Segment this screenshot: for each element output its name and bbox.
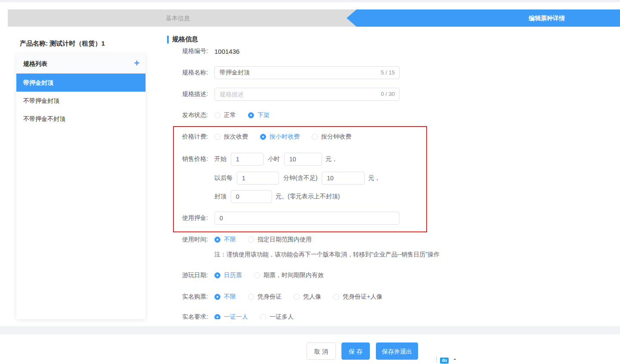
- radio-label: 期票，时间期限内有效: [264, 271, 324, 279]
- radio-icon: [260, 134, 266, 140]
- price-unit: 小时: [268, 155, 280, 163]
- radio-icon: [214, 314, 220, 319]
- sale-price-row3: 封顶 元。(零元表示上不封顶): [214, 190, 340, 203]
- spec-list-panel: 规格列表 + 带押金封顶 不带押金封顶 不带押金不封顶: [16, 54, 146, 319]
- section-title-text: 规格信息: [172, 35, 198, 43]
- publish-status-row: 发布状态: 正常 下架: [167, 111, 282, 119]
- product-name-label: 产品名称: 测试计时（租赁）1: [20, 40, 105, 48]
- spec-name-inputbox: 5 / 15: [214, 66, 400, 79]
- radio-icon: [294, 294, 300, 300]
- radio-period-ticket[interactable]: 期票，时间期限内有效: [254, 271, 324, 279]
- footer-divider-strip: [0, 326, 620, 334]
- radio-label: 指定日期范围内使用: [257, 236, 312, 244]
- ime-drag-handle-icon[interactable]: [436, 357, 437, 358]
- radio-no-limit[interactable]: 不限: [214, 293, 236, 301]
- after-price-input[interactable]: [322, 172, 365, 185]
- start-price-input[interactable]: [284, 153, 322, 166]
- radio-per-use[interactable]: 按次收费: [214, 133, 248, 141]
- radio-label: 凭身份证: [257, 293, 282, 301]
- radio-label: 日历票: [224, 271, 242, 279]
- spec-number-value: 1001436: [214, 48, 239, 55]
- use-time-label: 使用时间:: [167, 236, 214, 244]
- ime-logo-icon[interactable]: du: [440, 358, 449, 364]
- radio-icon: [248, 112, 254, 118]
- spec-name-row: 规格名称: 5 / 15: [167, 66, 400, 79]
- radio-icon: [248, 237, 254, 243]
- radio-id-card-face[interactable]: 凭身份证+人像: [333, 293, 382, 301]
- tab-edit-ticket-detail-label: 编辑票种详情: [529, 9, 565, 27]
- radio-label: 下架: [257, 111, 270, 119]
- play-date-label: 游玩日期:: [167, 271, 214, 279]
- radio-off-shelf[interactable]: 下架: [248, 111, 270, 119]
- radio-icon: [248, 294, 254, 300]
- play-date-row: 游玩日期: 日历票 期票，时间期限内有效: [167, 271, 336, 279]
- add-spec-button[interactable]: +: [134, 54, 140, 74]
- pricing-mode-label: 价格计费:: [167, 133, 214, 141]
- cap-price-input[interactable]: [231, 190, 272, 203]
- save-and-exit-button[interactable]: 保存并退出: [376, 342, 418, 360]
- spec-list-item[interactable]: 带押金封顶: [16, 74, 146, 92]
- deposit-label: 使用押金:: [167, 214, 214, 222]
- ime-minimize-icon[interactable]: -: [454, 355, 456, 362]
- radio-label: 凭身份证+人像: [343, 293, 382, 301]
- price-suffix: 元，: [326, 155, 338, 163]
- spec-name-label: 规格名称:: [167, 69, 214, 77]
- spec-desc-input[interactable]: [215, 88, 399, 100]
- cancel-button[interactable]: 取 消: [307, 342, 336, 360]
- radio-icon: [214, 112, 220, 118]
- radio-label: 不限: [224, 293, 236, 301]
- use-time-note: 注：谨慎使用该功能，该功能会再下一个版本取消，转移到"企业产品--销售日历"操作: [214, 251, 440, 259]
- spec-list-header: 规格列表 +: [16, 54, 146, 74]
- radio-icon: [333, 294, 339, 300]
- price-unit: 分钟(含不足): [283, 174, 317, 182]
- publish-status-label: 发布状态:: [167, 111, 214, 119]
- ime-widget: du -: [435, 356, 465, 364]
- section-title: 规格信息: [167, 35, 198, 43]
- spec-form: 规格信息 规格编号: 1001436 规格名称: 5 / 15 规格描述: 0 …: [167, 0, 447, 319]
- price-prefix: 以后每: [214, 174, 232, 182]
- sale-price-label: 销售价格:: [167, 155, 214, 163]
- spec-list-item[interactable]: 不带押金不封顶: [16, 110, 146, 128]
- radio-label: 按分钟收费: [321, 133, 351, 141]
- price-prefix: 开始: [214, 155, 226, 163]
- spec-desc-row: 规格描述: 0 / 30: [167, 88, 400, 101]
- sale-price-row1: 销售价格: 开始 小时 元，: [167, 153, 338, 166]
- pricing-mode-row: 价格计费: 按次收费 按小时收费 按分钟收费: [167, 133, 363, 141]
- real-name-req-label: 实名要求:: [167, 313, 214, 319]
- price-suffix: 元，: [368, 174, 380, 182]
- radio-one-cert-multi-person[interactable]: 一证多人: [260, 313, 294, 319]
- price-prefix: 封顶: [214, 193, 226, 201]
- radio-unlimited-time[interactable]: 不限: [214, 236, 236, 244]
- radio-per-minute[interactable]: 按分钟收费: [312, 133, 351, 141]
- radio-label: 不限: [224, 236, 236, 244]
- radio-id-card[interactable]: 凭身份证: [248, 293, 282, 301]
- real-name-row: 实名购票: 不限 凭身份证 凭人像 凭身份证+人像: [167, 293, 394, 301]
- radio-calendar-ticket[interactable]: 日历票: [214, 271, 242, 279]
- radio-normal[interactable]: 正常: [214, 111, 236, 119]
- radio-icon: [214, 272, 220, 278]
- radio-face[interactable]: 凭人像: [294, 293, 321, 301]
- radio-icon: [214, 294, 220, 300]
- radio-label: 按次收费: [224, 133, 248, 141]
- save-button[interactable]: 保 存: [341, 342, 370, 360]
- start-duration-input[interactable]: [231, 153, 264, 166]
- radio-per-hour[interactable]: 按小时收费: [260, 133, 300, 141]
- after-duration-input[interactable]: [237, 172, 279, 185]
- radio-icon: [312, 134, 318, 140]
- spec-name-input[interactable]: [215, 67, 399, 79]
- sale-price-row2: 以后每 分钟(含不足) 元，: [214, 172, 380, 185]
- radio-date-range[interactable]: 指定日期范围内使用: [248, 236, 312, 244]
- cap-hint: 元。(零元表示上不封顶): [276, 193, 340, 201]
- radio-label: 凭人像: [303, 293, 321, 301]
- spec-number-row: 规格编号: 1001436: [167, 47, 239, 55]
- spec-list-item[interactable]: 不带押金封顶: [16, 92, 146, 110]
- deposit-inputbox: [214, 212, 400, 225]
- radio-label: 按小时收费: [270, 133, 300, 141]
- deposit-input[interactable]: [215, 212, 399, 224]
- radio-label: 一证一人: [224, 313, 248, 319]
- radio-icon: [214, 237, 220, 243]
- spec-desc-label: 规格描述:: [167, 90, 214, 98]
- spec-desc-inputbox: 0 / 30: [214, 88, 400, 101]
- radio-one-cert-one-person[interactable]: 一证一人: [214, 313, 248, 319]
- real-name-label: 实名购票:: [167, 293, 214, 301]
